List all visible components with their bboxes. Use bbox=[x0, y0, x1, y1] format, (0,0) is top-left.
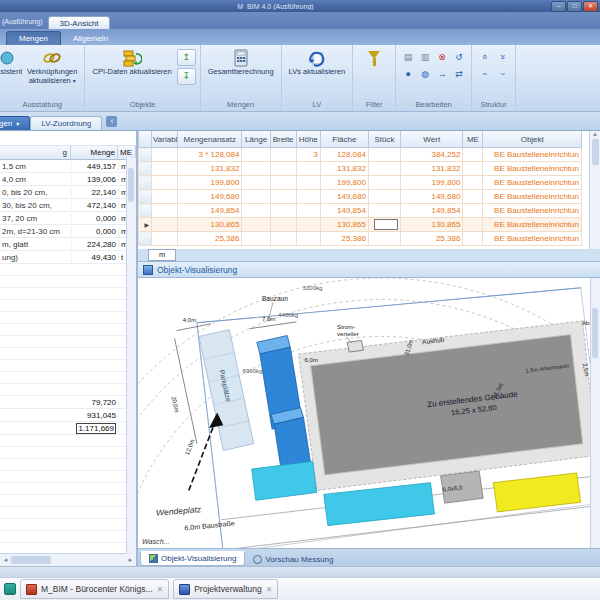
grid-row[interactable]: 3 * 128,0843128,084384,252BE Baustellene… bbox=[139, 148, 582, 162]
expand-all-icon[interactable]: » bbox=[494, 50, 510, 65]
total-row-selected[interactable]: 1.171,669 bbox=[0, 422, 136, 435]
grid-row[interactable]: 25,38625,38625,386BE Baustelleneinrichtu… bbox=[139, 232, 582, 246]
close-icon[interactable]: ✕ bbox=[157, 585, 164, 594]
table-row[interactable]: m, glatt224,280m2 bbox=[0, 238, 136, 251]
column-header-mengenansatz[interactable]: Mengenansatz bbox=[178, 131, 242, 148]
doc-tab-lv-zuordnung[interactable]: LV-Zuordnung bbox=[30, 116, 102, 130]
column-header-objekt[interactable]: Objekt bbox=[483, 131, 582, 148]
column-header-flaeche[interactable]: Fläche bbox=[320, 131, 368, 148]
grid-header-row: Variable Mengenansatz Länge Breite Höhe … bbox=[139, 131, 582, 148]
column-header-description[interactable]: g bbox=[0, 146, 71, 159]
ribbon: Assistent Verknüpfungen aktualisieren ▾ … bbox=[0, 45, 600, 112]
minimize-icon[interactable]: – bbox=[551, 1, 566, 12]
navigate-icon[interactable]: → bbox=[434, 67, 450, 82]
cell-edit-box[interactable] bbox=[374, 219, 398, 230]
crane-load-4480: 4480kg bbox=[278, 312, 298, 318]
left-horizontal-scrollbar[interactable]: ◄ ► bbox=[0, 553, 136, 566]
grid-row[interactable]: 149,854149,854149,854BE Baustelleneinric… bbox=[139, 204, 582, 218]
cpi-daten-aktualisieren-button[interactable]: CPI-Daten aktualisieren bbox=[89, 47, 174, 78]
empty-rows bbox=[0, 435, 136, 553]
lock-icon[interactable]: ● bbox=[400, 67, 416, 82]
copy-icon[interactable]: ▤ bbox=[400, 50, 416, 65]
cpi-data-icon bbox=[122, 48, 142, 68]
object-visualization[interactable]: 3300kg 4480kg 6990kg Bauzaun Strom- vert… bbox=[138, 278, 600, 548]
tab-scroll-left-icon[interactable]: ‹ bbox=[106, 116, 117, 127]
splitter-handle[interactable]: m bbox=[148, 249, 176, 261]
column-header-wert[interactable]: Wert bbox=[401, 131, 463, 148]
table-row[interactable]: 2m, d=21-30 cm0,000m3 bbox=[0, 225, 136, 238]
tab-3d-ansicht[interactable]: 3D-Ansicht bbox=[48, 16, 109, 29]
scrollbar-thumb[interactable] bbox=[128, 168, 134, 202]
collapse-all-icon[interactable]: « bbox=[476, 50, 492, 65]
stromverteiler-label-1: Strom- bbox=[337, 324, 355, 330]
crane-load-3300: 3300kg bbox=[302, 285, 322, 291]
grid-row[interactable]: 131,832131,832131,832BE Baustelleneinric… bbox=[139, 162, 582, 176]
scroll-left-icon[interactable]: ◄ bbox=[0, 557, 11, 563]
column-header-me[interactable]: ME bbox=[463, 131, 483, 148]
scrollbar-thumb[interactable] bbox=[11, 556, 51, 564]
column-header-menge[interactable]: Menge bbox=[71, 146, 118, 159]
scroll-right-icon[interactable]: ► bbox=[125, 557, 136, 563]
row-selector-header bbox=[139, 131, 152, 148]
lvs-aktualisieren-button[interactable]: LVs aktualisieren bbox=[286, 47, 349, 78]
grid-vertical-scrollbar[interactable]: ▲ bbox=[589, 131, 600, 249]
tab-allgemein[interactable]: Allgemein bbox=[61, 32, 120, 45]
table-row[interactable]: 0, bis 20 cm,22,140m3 bbox=[0, 186, 136, 199]
column-header-breite[interactable]: Breite bbox=[270, 131, 296, 148]
grid-row[interactable]: 149,680149,680149,680BE Baustelleneinric… bbox=[139, 190, 582, 204]
column-header-stueck[interactable]: Stück bbox=[368, 131, 400, 148]
ribbon-tab-row: Mengen Allgemein bbox=[0, 29, 600, 45]
swap-icon[interactable]: ⇄ bbox=[451, 67, 467, 82]
undo-icon[interactable]: ↺ bbox=[451, 50, 467, 65]
paste-icon[interactable]: ▥ bbox=[417, 50, 433, 65]
doc-tab-active[interactable]: gen ▾ bbox=[0, 116, 30, 130]
app-icon[interactable] bbox=[4, 583, 16, 595]
unlock-icon[interactable]: ◍ bbox=[417, 67, 433, 82]
tab-mengen[interactable]: Mengen bbox=[6, 31, 61, 45]
tab-vorschau-messung[interactable]: Vorschau Messung bbox=[245, 553, 341, 566]
cyan-zone-left[interactable] bbox=[252, 461, 317, 500]
viz-vertical-scrollbar[interactable] bbox=[590, 278, 600, 548]
column-header-variable[interactable]: Variable bbox=[152, 131, 178, 148]
table-row[interactable]: 30, bis 20 cm,472,140m3 bbox=[0, 199, 136, 212]
object-upload-icon[interactable]: ↥ bbox=[177, 49, 196, 66]
maximize-icon[interactable]: □ bbox=[567, 1, 582, 12]
move-down-icon[interactable]: › bbox=[494, 67, 510, 82]
container-box-2[interactable] bbox=[271, 408, 311, 470]
left-panel-top-strip bbox=[0, 131, 136, 146]
object-download-icon[interactable]: ↧ bbox=[177, 68, 196, 85]
cyan-zone-middle[interactable] bbox=[324, 483, 435, 526]
stueck-edit-cell[interactable] bbox=[368, 218, 400, 232]
grid-row[interactable]: 199,800199,800199,800BE Baustelleneinric… bbox=[139, 176, 582, 190]
table-row[interactable]: ung)49,430t bbox=[0, 251, 136, 264]
table-row[interactable]: 4,0 cm139,006m3 bbox=[0, 173, 136, 186]
scrollbar-thumb[interactable] bbox=[592, 308, 598, 358]
total-row[interactable]: 79,720 bbox=[0, 396, 136, 409]
tab-objekt-visualisierung[interactable]: Objekt-Visualisierung bbox=[140, 551, 245, 566]
total-row[interactable]: 931,045 bbox=[0, 409, 136, 422]
table-row[interactable]: 1,5 cm449,157m2 bbox=[0, 160, 136, 173]
grid-horizontal-scrollbar[interactable]: m bbox=[138, 249, 600, 261]
move-up-icon[interactable]: ‹ bbox=[476, 67, 492, 82]
grid-row-selected[interactable]: 130,865130,865130,865BE Baustelleneinric… bbox=[139, 218, 582, 232]
window-tab-projektverwaltung[interactable]: Projektverwaltung ✕ bbox=[173, 579, 278, 599]
current-row-arrow-icon bbox=[139, 218, 152, 232]
verknuepfungen-aktualisieren-button[interactable]: Verknüpfungen aktualisieren ▾ bbox=[24, 47, 80, 86]
filter-button[interactable]: ▾ bbox=[365, 47, 383, 67]
column-header-hoehe[interactable]: Höhe bbox=[296, 131, 320, 148]
table-row[interactable]: 37, 20 cm0,000m3 bbox=[0, 212, 136, 225]
delete-icon[interactable]: ⊗ bbox=[434, 50, 450, 65]
left-vertical-scrollbar[interactable] bbox=[126, 158, 136, 554]
scrollbar-thumb[interactable] bbox=[592, 139, 599, 165]
mbim-document-icon bbox=[26, 584, 37, 595]
yellow-zone[interactable] bbox=[493, 473, 580, 512]
site-plan: 3300kg 4480kg 6990kg Bauzaun Strom- vert… bbox=[138, 278, 600, 548]
gesamtberechnung-button[interactable]: Gesamtberechnung bbox=[205, 47, 277, 78]
window-tab-mbim[interactable]: M_BIM - Bürocenter Königs... ✕ bbox=[20, 579, 169, 599]
assistent-button[interactable]: Assistent bbox=[0, 47, 22, 78]
close-icon[interactable]: ✕ bbox=[583, 1, 598, 12]
close-icon[interactable]: ✕ bbox=[266, 585, 273, 594]
group-label-mengen: Mengen bbox=[205, 98, 277, 111]
column-header-laenge[interactable]: Länge bbox=[242, 131, 270, 148]
stromverteiler-label-2: verteiler bbox=[337, 331, 359, 337]
